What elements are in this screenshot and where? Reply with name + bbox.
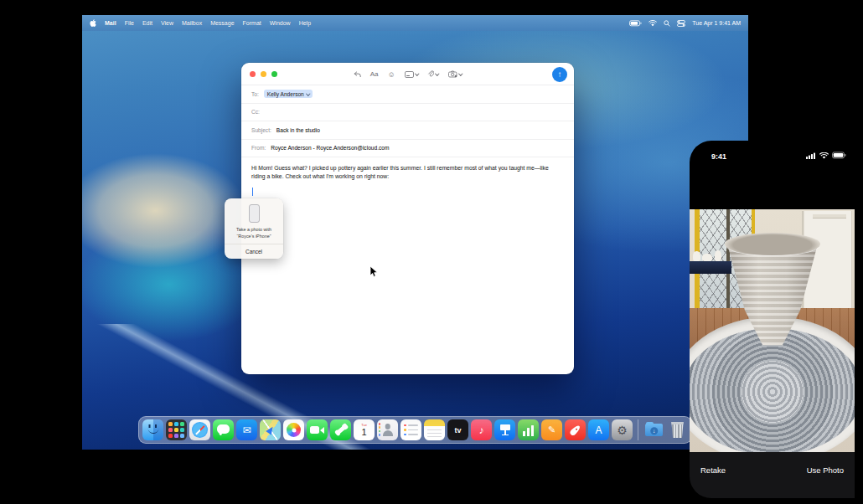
from-value: Royce Anderson - Royce.Anderson@icloud.c…	[271, 145, 389, 151]
menu-message[interactable]: Message	[210, 20, 234, 26]
dock-calendar-icon[interactable]: Tue 1	[354, 419, 375, 440]
to-row[interactable]: To: Kelly Anderson	[241, 85, 574, 104]
dock-phone-icon[interactable]	[330, 419, 351, 440]
finder-face	[147, 427, 158, 434]
wifi-icon	[819, 152, 829, 161]
chevron-down-icon	[458, 71, 463, 75]
door-panel	[813, 214, 846, 219]
chevron-down-icon	[306, 91, 310, 95]
dock-rocket-icon[interactable]	[565, 419, 586, 440]
dock-notes-icon[interactable]	[424, 419, 445, 440]
cc-label: Cc:	[251, 109, 260, 115]
menu-format[interactable]: Format	[243, 20, 261, 26]
close-button[interactable]	[250, 71, 256, 77]
text-insertion-caret	[252, 188, 253, 196]
battery-icon[interactable]	[629, 20, 642, 27]
clay-pot	[723, 233, 822, 352]
popup-text-line2: “Royce’s iPhone”	[225, 233, 283, 239]
dock-downloads-icon[interactable]: ↓	[643, 419, 664, 440]
iphone-outline-icon	[249, 204, 260, 223]
send-button[interactable]: ↑	[552, 67, 567, 82]
dock-mail-icon[interactable]: ✉	[236, 419, 257, 440]
menu-help[interactable]: Help	[299, 20, 311, 26]
dock-appletv-icon[interactable]: tv	[447, 419, 468, 440]
message-body[interactable]: Hi Mom! Guess what? I picked up pottery …	[241, 157, 574, 181]
menu-edit[interactable]: Edit	[142, 20, 152, 26]
from-row[interactable]: From: Royce Anderson - Royce.Anderson@ic…	[241, 140, 574, 158]
gear-icon: ⚙	[617, 424, 628, 437]
subject-value: Back in the studio	[276, 127, 320, 133]
dock-appstore-icon[interactable]: A	[588, 419, 609, 440]
dock-settings-icon[interactable]: ⚙	[612, 419, 633, 440]
continuity-camera-popup: Take a photo with “Royce’s iPhone” Cance…	[225, 198, 283, 259]
recipient-token[interactable]: Kelly Anderson	[264, 90, 313, 98]
person-silhouette-icon	[385, 424, 390, 429]
menu-window[interactable]: Window	[270, 20, 291, 26]
iphone-clock: 9:41	[711, 152, 726, 161]
subject-row[interactable]: Subject: Back in the studio	[241, 121, 574, 140]
dock-music-icon[interactable]: ♪	[471, 419, 492, 440]
camera-preview	[690, 209, 855, 452]
dock: ✉ Tue 1	[138, 416, 692, 444]
apple-menu-icon[interactable]	[90, 19, 96, 27]
photo-browser-button[interactable]	[405, 71, 419, 78]
emoji-button[interactable]: ☺	[388, 70, 395, 79]
dock-trash-icon[interactable]	[667, 419, 688, 440]
dock-keynote-icon[interactable]	[494, 419, 515, 440]
battery-icon	[832, 152, 846, 161]
dock-reminders-icon[interactable]	[400, 419, 421, 440]
download-arrow-icon: ↓	[650, 427, 659, 435]
cancel-button[interactable]: Cancel	[225, 244, 283, 259]
dock-numbers-icon[interactable]	[518, 419, 539, 440]
minimize-button[interactable]	[261, 71, 266, 77]
music-note-icon: ♪	[479, 424, 484, 436]
video-camera-icon	[310, 426, 319, 434]
chevron-down-icon	[415, 71, 419, 75]
dock-launchpad-icon[interactable]	[166, 419, 187, 440]
spotlight-search-icon[interactable]	[664, 20, 670, 27]
popup-text-line1: Take a photo with	[225, 226, 283, 233]
from-label: From:	[251, 145, 266, 151]
attach-button[interactable]	[427, 70, 439, 78]
format-button[interactable]: Aa	[370, 70, 379, 78]
undo-icon[interactable]	[354, 71, 361, 78]
camera-bottom-bar: Retake Use Photo	[690, 452, 855, 498]
menu-mailbox[interactable]: Mailbox	[182, 20, 202, 26]
dock-safari-icon[interactable]	[189, 419, 210, 440]
dock-messages-icon[interactable]	[213, 419, 234, 440]
continuity-camera-button[interactable]	[448, 70, 463, 78]
subject-label: Subject:	[251, 127, 271, 133]
dock-finder-icon[interactable]	[142, 419, 163, 440]
cc-row[interactable]: Cc:	[241, 104, 574, 122]
mail-compose-window: Aa ☺ ↑ To: Kelly Anderson	[241, 63, 574, 374]
menu-view[interactable]: View	[161, 20, 173, 26]
menu-file[interactable]: File	[125, 20, 134, 26]
use-photo-button[interactable]: Use Photo	[807, 465, 844, 475]
iphone-status-bar: 9:41	[690, 152, 855, 161]
dock-photos-icon[interactable]	[283, 419, 304, 440]
mouse-pointer	[369, 265, 379, 281]
shelf-pottery	[715, 250, 721, 261]
dock-contacts-icon[interactable]	[377, 419, 398, 440]
dock-maps-icon[interactable]	[260, 419, 281, 440]
chevron-down-icon	[436, 71, 440, 75]
zoom-button[interactable]	[271, 71, 277, 77]
wifi-icon[interactable]	[649, 20, 657, 27]
recipient-name: Kelly Anderson	[267, 91, 304, 97]
menu-clock[interactable]: Tue Apr 1 9:41 AM	[692, 20, 741, 26]
speech-bubble-icon	[217, 424, 230, 434]
calendar-day: 1	[361, 428, 366, 437]
trash-basket-icon	[670, 422, 685, 438]
dock-facetime-icon[interactable]	[307, 419, 328, 440]
shelf-pottery	[702, 254, 712, 261]
menu-mail[interactable]: Mail	[105, 20, 116, 26]
control-center-icon[interactable]	[677, 20, 685, 27]
cellular-signal-icon	[806, 152, 816, 161]
menu-bar: Mail File Edit View Mailbox Message Form…	[82, 15, 748, 31]
rocket-icon	[569, 424, 581, 436]
tv-label: tv	[454, 426, 461, 435]
dock-pages-icon[interactable]: ✎	[541, 419, 562, 440]
retake-button[interactable]: Retake	[700, 465, 726, 475]
appstore-a-icon: A	[595, 424, 602, 436]
navigation-arrow-icon	[266, 425, 276, 435]
